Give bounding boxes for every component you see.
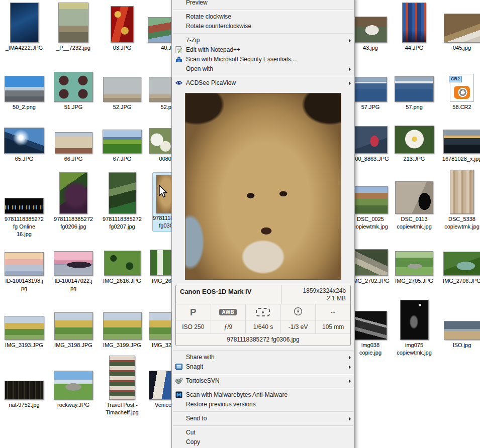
file-name: 9781118385272 fg Online 16.jpg [0,215,48,238]
picaview-preview-image [185,93,341,280]
exif-filename: 9781118385272 fg0306.jpg [176,333,350,346]
file-item[interactable]: IMG_32 [138,312,171,349]
file-item[interactable]: CR258.CR2 [438,74,480,111]
file-item[interactable]: 40.J [138,17,171,52]
file-thumbnail [103,77,141,102]
menu-item-label: Rotate counterclockwise [186,23,251,30]
menu-separator [173,10,353,10]
menu-item-copy[interactable]: Copy [172,437,354,447]
menu-item-scan-with-malwarebytes-anti-malware[interactable]: Scan with Malwarebytes Anti-Malware [172,390,354,400]
file-item[interactable]: _P__7232.jpg [49,3,98,52]
file-item[interactable]: _IMA4222.JPG [0,3,48,52]
menu-separator [173,425,353,426]
file-thumbnail [443,252,480,276]
menu-item-preview[interactable]: Preview [172,0,354,8]
file-thumbnail [354,77,387,102]
file-thumbnail [395,126,434,154]
menu-item-send-to[interactable]: Send to [172,414,354,423]
file-thumbnail [5,198,44,214]
file-item[interactable]: DSC_0113 copiewtmk.jpg [390,181,438,231]
file-item[interactable]: 9781118385272 fg Online 16.jpg [0,198,48,238]
file-thumbnail [111,6,134,43]
file-item[interactable]: 16781028_x.jpg [438,130,480,163]
file-thumbnail [353,126,388,154]
file-item[interactable]: DSC_5338 copiewtmk.jpg [438,170,480,231]
file-item[interactable]: IMG_2706.JPG [438,252,480,285]
menu-item-acdsee-picaview[interactable]: ACDSee PicaView [172,78,354,88]
file-thumbnail [149,128,171,154]
file-item[interactable]: 045.jpg [438,14,480,52]
menu-item-label: Open with [186,65,213,72]
raw-file-icon: CR2 [450,74,474,102]
file-item[interactable]: 213.JPG [390,126,438,163]
file-item[interactable]: IMG_3193.JPG [0,316,48,349]
file-thumbnail [450,170,474,214]
file-name: Venice [138,401,171,409]
notepad-plus-plus-icon [175,46,183,54]
menu-item-label: Copy [186,438,200,445]
file-thumbnail [149,77,171,102]
file-thumbnail [109,172,136,214]
menu-item-7-zip[interactable]: 7-Zip [172,36,354,45]
menu-item-label: Restore previous versions [186,401,256,408]
file-name: ID-100147022.j pg [49,277,98,292]
file-name: ISO.jpg [438,342,480,349]
file-item[interactable]: ID-100147022.j pg [49,251,98,292]
file-item[interactable]: 66.JPG [49,132,98,163]
submenu-arrow-icon [349,379,351,383]
menu-item-label: TortoiseSVN [186,377,220,384]
file-thumbnail [4,128,44,154]
file-item[interactable]: IMG_2705.JPG [390,251,438,285]
file-item[interactable]: Venice [138,371,171,409]
file-thumbnail [395,76,434,102]
menu-icon-blank [175,36,183,44]
menu-item-snagit[interactable]: Snagit [172,362,354,372]
file-item[interactable]: 65.JPG [0,128,48,163]
submenu-arrow-icon [349,81,351,85]
security-essentials-icon [175,55,183,63]
file-item[interactable]: 9781118385272 fg0207.jpg [98,172,146,231]
file-item[interactable]: 52.p [138,77,171,111]
file-item[interactable]: 50_2.png [0,76,48,111]
file-item[interactable]: 44.JPG [390,3,438,52]
exif-iso: ISO 250 [176,320,211,333]
file-thumbnail [354,311,387,340]
file-thumbnail [402,3,426,43]
menu-item-cut[interactable]: Cut [172,428,354,437]
menu-item-label: Preview [186,0,208,6]
menu-item-rotate-clockwise[interactable]: Rotate clockwise [172,12,354,22]
menu-item-label: 7-Zip [186,37,200,44]
file-item[interactable]: img075 copiewtmk.jpg [390,300,438,357]
file-name: IMG_2706.JPG [438,277,480,285]
file-item[interactable]: rockway.JPG [49,371,98,409]
menu-icon-blank [175,400,183,408]
menu-separator [173,388,353,388]
menu-item-edit-with-notepad[interactable]: Edit with Notepad++ [172,45,354,55]
file-name: IMG_2705.JPG [390,277,438,285]
menu-item-open-with[interactable]: Open with [172,64,354,74]
file-item[interactable]: IMG_26 [138,250,171,285]
menu-item-restore-previous-versions[interactable]: Restore previous versions [172,400,354,409]
file-thumbnail [5,252,44,276]
file-item[interactable]: IMG_3198.JPG [49,312,98,349]
file-name: 213.JPG [390,155,438,163]
file-item[interactable]: ID-100143198.j pg [0,252,48,292]
menu-item-tortoisesvn[interactable]: TortoiseSVN [172,376,354,386]
menu-item-label: ACDSee PicaView [186,79,236,86]
file-item[interactable]: ISO.jpg [438,321,480,349]
file-item[interactable]: 0080 [138,128,171,163]
menu-top-items: PreviewRotate clockwiseRotate counterclo… [172,0,354,88]
menu-separator [173,33,353,34]
file-item[interactable]: 57.png [390,76,438,111]
menu-item-share-with[interactable]: Share with [172,353,354,362]
menu-item-rotate-counterclockwise[interactable]: Rotate counterclockwise [172,22,354,31]
menu-item-scan-with-microsoft-security-essentials[interactable]: Scan with Microsoft Security Essentials.… [172,55,354,64]
file-item[interactable]: 51.JPG [49,72,98,111]
menu-item-label: Rotate clockwise [186,13,231,20]
file-item[interactable]: nat-9752.jpg [0,381,48,409]
menu-item-label: Scan with Microsoft Security Essentials.… [186,56,296,63]
menu-icon-blank [175,13,183,21]
file-item[interactable]: 9781118385272 fg0206.jpg [49,172,98,231]
file-name: 51.JPG [49,103,98,111]
menu-icon-blank [175,414,183,422]
